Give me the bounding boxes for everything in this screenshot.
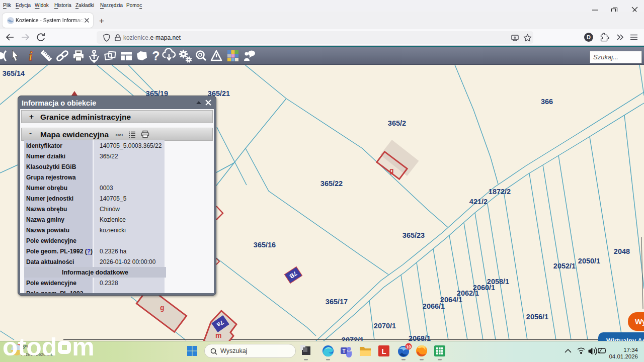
svg-text:m: m [215, 331, 221, 339]
svg-text:2048: 2048 [614, 247, 630, 255]
svg-text:365/22: 365/22 [320, 179, 343, 188]
svg-text:L: L [381, 347, 386, 355]
svg-text:2058/1: 2058/1 [487, 278, 509, 286]
svg-text:g: g [389, 166, 394, 174]
svg-text:g: g [160, 304, 165, 312]
svg-text:421/2: 421/2 [469, 198, 488, 206]
svg-text:365/16: 365/16 [254, 241, 276, 249]
svg-text:365/2: 365/2 [388, 119, 406, 127]
svg-text:365/23: 365/23 [403, 231, 425, 239]
svg-text:1872/2: 1872/2 [489, 188, 511, 196]
svg-text:2072/1: 2072/1 [342, 336, 364, 341]
svg-text:2070/1: 2070/1 [374, 322, 396, 330]
svg-text:365/17: 365/17 [326, 298, 348, 306]
svg-text:2068/1: 2068/1 [409, 334, 431, 341]
svg-text:D: D [587, 34, 591, 40]
svg-text:2056/1: 2056/1 [526, 313, 548, 321]
svg-text:365/14: 365/14 [3, 69, 25, 77]
svg-text:2052/1: 2052/1 [553, 262, 576, 270]
svg-text:366: 366 [541, 98, 553, 106]
svg-text:10: 10 [406, 344, 411, 349]
svg-text:i: i [29, 49, 33, 63]
svg-text:T: T [342, 348, 345, 354]
svg-text:2050/1: 2050/1 [578, 257, 600, 265]
svg-text:?: ? [152, 49, 159, 63]
